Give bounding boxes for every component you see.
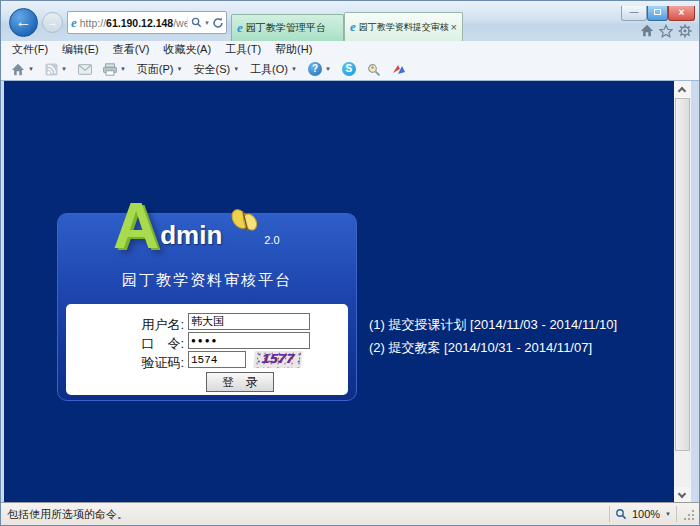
- back-button[interactable]: ←: [9, 8, 38, 37]
- status-bar: 包括使用所选项的命令。 100% ▼: [1, 502, 699, 525]
- browser-window: ← → e http://61.190.12.148/webzlcj/logi …: [0, 0, 700, 526]
- admin-logo: A dmin 2.0: [113, 200, 280, 252]
- notice-item-1: (1) 提交授课计划 [2014/11/03 - 2014/11/10]: [369, 313, 617, 336]
- resize-grip[interactable]: [682, 508, 695, 521]
- dropdown-icon: ▼: [325, 66, 331, 72]
- page-menu-button[interactable]: 页面(P) ▼: [133, 60, 187, 79]
- admin-logo-a: A: [113, 200, 159, 252]
- security-menu-button[interactable]: 安全(S) ▼: [189, 60, 243, 79]
- menu-file[interactable]: 文件(F): [5, 41, 55, 58]
- version-label: 2.0: [264, 234, 279, 246]
- home-icon: [11, 63, 25, 76]
- dropdown-icon: ▼: [61, 66, 67, 72]
- tools-menu-label: 工具(O): [250, 62, 288, 77]
- login-button[interactable]: 登 录: [206, 372, 274, 392]
- title-bar: ← → e http://61.190.12.148/webzlcj/logi …: [1, 1, 699, 41]
- mail-icon: [78, 64, 92, 75]
- login-form: 用户名: 口 令: 验证码: 1577 登 录: [66, 304, 348, 395]
- share-addon-button[interactable]: [388, 61, 410, 77]
- settings-gear-icon[interactable]: [677, 23, 693, 38]
- print-icon: [103, 63, 117, 76]
- menu-tools[interactable]: 工具(T): [218, 41, 268, 58]
- zoom-level[interactable]: 100%: [632, 508, 660, 520]
- username-input[interactable]: [188, 313, 310, 330]
- help-icon: ?: [308, 62, 322, 76]
- dropdown-icon: ▼: [120, 66, 126, 72]
- skype-addon-button[interactable]: S: [338, 60, 360, 78]
- tab-title: 园丁教学管理平台: [246, 21, 338, 35]
- url-text[interactable]: http://61.190.12.148/webzlcj/logi: [80, 17, 187, 29]
- status-message: 包括使用所选项的命令。: [7, 507, 609, 522]
- notice-item-2: (2) 提交教案 [2014/10/31 - 2014/11/07]: [369, 336, 617, 359]
- url-host: 61.190.12.148: [106, 17, 173, 29]
- divider: [609, 506, 610, 522]
- people-search-addon-button[interactable]: [363, 61, 385, 78]
- menu-view[interactable]: 查看(V): [106, 41, 157, 58]
- password-input[interactable]: [188, 332, 310, 349]
- page-menu-label: 页面(P): [137, 62, 174, 77]
- login-panel: A dmin 2.0 园丁教学资料审核平台 用户名: 口 令: 验证码: 157…: [57, 213, 357, 401]
- url-protocol: http://: [80, 17, 106, 29]
- dropdown-icon: ▼: [233, 66, 239, 72]
- search-icon[interactable]: [191, 17, 202, 28]
- minimize-button[interactable]: —: [621, 6, 647, 21]
- home-page-button[interactable]: ▼: [7, 61, 38, 78]
- divider: [676, 506, 677, 522]
- close-button[interactable]: ×: [668, 6, 695, 21]
- print-button[interactable]: ▼: [99, 61, 130, 78]
- tab-title: 园丁教学资料提交审核平台: [359, 21, 449, 34]
- zoom-dropdown-icon[interactable]: ▼: [665, 511, 671, 517]
- admin-logo-dmin: dmin: [160, 220, 222, 251]
- home-icon[interactable]: [639, 23, 655, 38]
- rss-feed-button[interactable]: ▼: [41, 61, 71, 78]
- tools-menu-button[interactable]: 工具(O) ▼: [246, 60, 301, 79]
- butterfly-icon: [230, 208, 260, 236]
- people-search-icon: [367, 63, 381, 76]
- platform-title: 园丁教学资料审核平台: [58, 271, 356, 290]
- menu-edit[interactable]: 编辑(E): [55, 41, 106, 58]
- password-label: 口 令:: [126, 335, 184, 353]
- command-bar: ▼ ▼ ▼ 页面(P) ▼: [1, 58, 699, 81]
- maximize-button[interactable]: [647, 6, 668, 21]
- captcha-input[interactable]: [188, 351, 246, 368]
- scroll-up-arrow[interactable]: [674, 81, 691, 98]
- ie-tab-icon: e: [350, 19, 356, 35]
- tab-management-platform[interactable]: e 园丁教学管理平台: [231, 14, 344, 41]
- address-dropdown-icon[interactable]: ▼: [204, 20, 210, 26]
- address-bar[interactable]: e http://61.190.12.148/webzlcj/logi ▼: [67, 11, 227, 34]
- forward-button[interactable]: →: [42, 12, 63, 33]
- vertical-scrollbar[interactable]: [674, 81, 691, 504]
- skype-icon: S: [342, 62, 356, 76]
- username-label: 用户名:: [126, 316, 184, 334]
- tab-close-icon[interactable]: ×: [451, 22, 457, 32]
- rss-icon: [45, 63, 58, 76]
- ie-page-icon: e: [71, 15, 77, 31]
- dropdown-icon: ▼: [177, 66, 183, 72]
- dropdown-icon: ▼: [291, 66, 297, 72]
- share-icon: [392, 63, 406, 75]
- dropdown-icon: ▼: [28, 66, 34, 72]
- scrollbar-thumb[interactable]: [675, 98, 690, 451]
- refresh-icon[interactable]: [212, 17, 224, 29]
- notice-list: (1) 提交授课计划 [2014/11/03 - 2014/11/10] (2)…: [369, 313, 617, 359]
- menu-favorites[interactable]: 收藏夹(A): [156, 41, 218, 58]
- ie-tab-icon: e: [237, 20, 243, 36]
- menu-bar: 文件(F) 编辑(E) 查看(V) 收藏夹(A) 工具(T) 帮助(H): [1, 41, 699, 58]
- captcha-label: 验证码:: [126, 354, 184, 372]
- help-menu-button[interactable]: ? ▼: [304, 60, 335, 78]
- favorites-star-icon[interactable]: [658, 23, 674, 38]
- menu-help[interactable]: 帮助(H): [268, 41, 319, 58]
- tab-submit-review-platform[interactable]: e 园丁教学资料提交审核平台 ×: [344, 12, 463, 41]
- maximize-icon: [654, 9, 661, 15]
- security-menu-label: 安全(S): [193, 62, 230, 77]
- captcha-image[interactable]: 1577: [253, 351, 303, 368]
- zoom-magnifier-icon: [615, 508, 627, 520]
- read-mail-button[interactable]: [74, 62, 96, 77]
- url-path: /webzlcj/logi: [173, 17, 187, 29]
- page-content: A dmin 2.0 园丁教学资料审核平台 用户名: 口 令: 验证码: 157…: [4, 81, 691, 504]
